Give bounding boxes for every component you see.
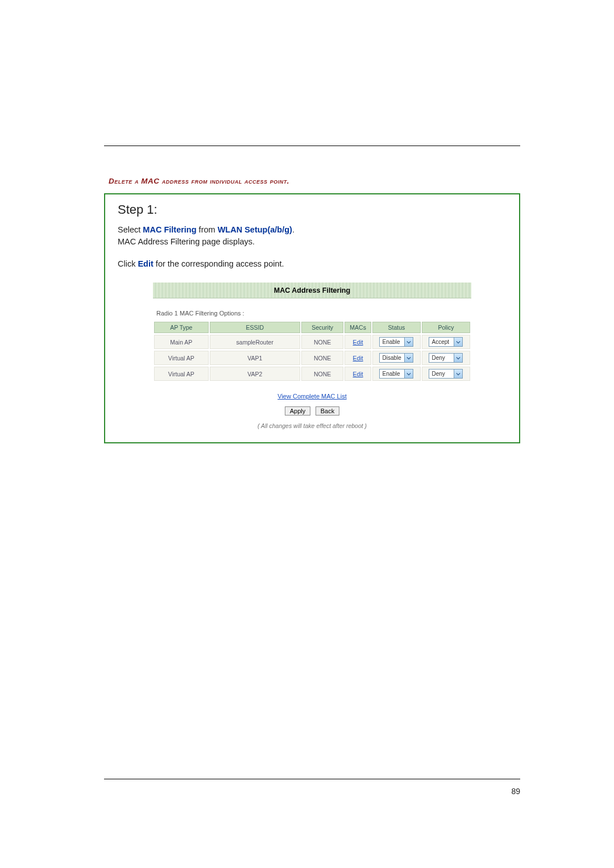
text: . xyxy=(292,225,294,234)
cell-essid: VAP1 xyxy=(210,351,300,365)
policy-select[interactable]: Accept xyxy=(429,337,463,347)
mac-filtering-table: AP Type ESSID Security MACs Status Polic… xyxy=(153,320,471,383)
kw-wlan-setup: WLAN Setup(a/b/g) xyxy=(218,225,292,234)
policy-select[interactable]: Deny xyxy=(429,369,463,379)
col-header-essid: ESSID xyxy=(210,322,300,333)
options-label: Radio 1 MAC Filtering Options : xyxy=(156,310,470,317)
col-header-ap-type: AP Type xyxy=(154,322,209,333)
edit-link[interactable]: Edit xyxy=(353,371,363,377)
step-title: Step 1: xyxy=(118,202,507,217)
table-header-row: AP Type ESSID Security MACs Status Polic… xyxy=(154,322,470,333)
status-select[interactable]: Disable xyxy=(379,353,413,363)
col-header-status: Status xyxy=(372,322,421,333)
col-header-policy: Policy xyxy=(422,322,470,333)
view-complete-mac-list-link[interactable]: View Complete MAC List xyxy=(277,393,346,400)
text: for the corresponding access point. xyxy=(154,259,284,268)
top-horizontal-rule xyxy=(104,146,520,146)
col-header-macs: MACs xyxy=(345,322,371,333)
cell-policy: Deny xyxy=(422,351,470,365)
cell-macs: Edit xyxy=(345,351,371,365)
back-button[interactable]: Back xyxy=(316,406,339,416)
cell-status: Disable xyxy=(372,351,421,365)
apply-button[interactable]: Apply xyxy=(285,406,311,416)
table-row: Virtual APVAP2NONEEditEnableDeny xyxy=(154,367,470,381)
chevron-down-icon xyxy=(404,354,413,362)
edit-link[interactable]: Edit xyxy=(353,355,363,362)
cell-ap-type: Virtual AP xyxy=(154,367,209,381)
panel-title-bar: MAC Address Filtering xyxy=(153,283,471,298)
text: from xyxy=(197,225,218,234)
reboot-footnote: ( All changes will take effect after reb… xyxy=(153,422,471,429)
kw-edit: Edit xyxy=(138,259,153,268)
cell-macs: Edit xyxy=(345,367,371,381)
chevron-down-icon xyxy=(454,369,462,378)
policy-select[interactable]: Deny xyxy=(429,353,463,363)
status-select[interactable]: Enable xyxy=(379,337,413,347)
cell-status: Enable xyxy=(372,367,421,381)
table-row: Main APsampleRouterNONEEditEnableAccept xyxy=(154,335,470,349)
col-header-security: Security xyxy=(301,322,343,333)
instruction-line-3: Click Edit for the corresponding access … xyxy=(118,258,507,270)
page-number: 89 xyxy=(511,787,520,796)
panel-title: MAC Address Filtering xyxy=(274,286,350,294)
instruction-box: Step 1: Select MAC Filtering from WLAN S… xyxy=(104,193,520,443)
section-heading: Delete a MAC address from individual acc… xyxy=(109,177,520,185)
cell-essid: VAP2 xyxy=(210,367,300,381)
cell-status: Enable xyxy=(372,335,421,349)
cell-macs: Edit xyxy=(345,335,371,349)
kw-mac-filtering: MAC Filtering xyxy=(143,225,196,234)
chevron-down-icon xyxy=(404,338,413,346)
text: Click xyxy=(118,259,138,268)
cell-ap-type: Virtual AP xyxy=(154,351,209,365)
cell-ap-type: Main AP xyxy=(154,335,209,349)
cell-policy: Accept xyxy=(422,335,470,349)
chevron-down-icon xyxy=(404,369,413,378)
instruction-line-1: Select MAC Filtering from WLAN Setup(a/b… xyxy=(118,224,507,236)
text: Select xyxy=(118,225,143,234)
cell-essid: sampleRouter xyxy=(210,335,300,349)
cell-policy: Deny xyxy=(422,367,470,381)
edit-link[interactable]: Edit xyxy=(353,339,363,346)
mac-filtering-panel: MAC Address Filtering Radio 1 MAC Filter… xyxy=(153,283,471,429)
cell-security: NONE xyxy=(301,335,343,349)
chevron-down-icon xyxy=(454,338,462,346)
cell-security: NONE xyxy=(301,367,343,381)
cell-security: NONE xyxy=(301,351,343,365)
instruction-line-2: MAC Address Filtering page displays. xyxy=(118,236,507,248)
chevron-down-icon xyxy=(454,354,462,362)
status-select[interactable]: Enable xyxy=(379,369,413,379)
bottom-horizontal-rule xyxy=(104,779,520,779)
table-row: Virtual APVAP1NONEEditDisableDeny xyxy=(154,351,470,365)
